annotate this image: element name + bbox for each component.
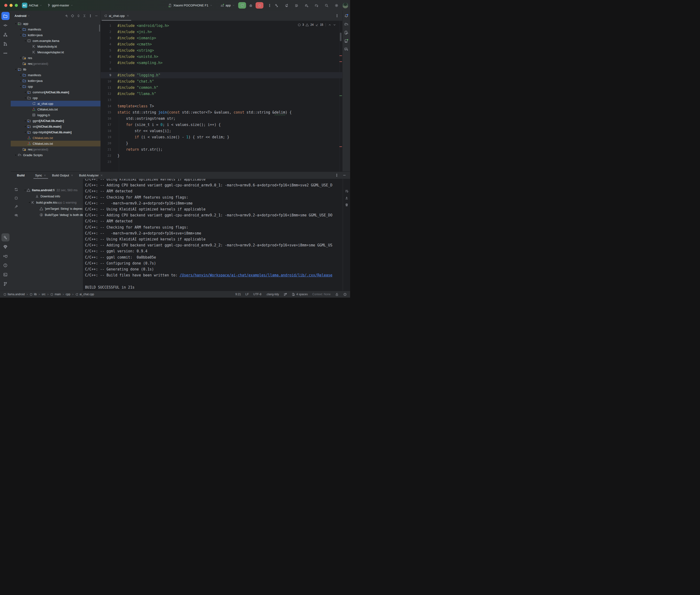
status-utf-8[interactable]: UTF-8 xyxy=(253,293,261,296)
tool-window-button-terminal[interactable] xyxy=(1,271,9,279)
tool-window-button-structure[interactable] xyxy=(1,30,9,38)
breadcrumb-main[interactable]: main xyxy=(50,293,61,296)
clear-trash-icon[interactable] xyxy=(345,203,348,207)
apply-changes-icon[interactable] xyxy=(284,4,289,7)
status-lf[interactable]: LF xyxy=(246,293,249,296)
build-tree-item[interactable]: BuildType 'debug' is both de xyxy=(22,212,83,218)
tree-item-com-example-llama[interactable]: com.example.llama xyxy=(11,38,101,44)
tree-chevron-down-icon[interactable] xyxy=(24,39,27,42)
tree-item-messageadapter-kt[interactable]: MessageAdapter.kt xyxy=(11,49,101,55)
status-9-21[interactable]: 9:21 xyxy=(235,293,241,296)
tree-chevron-right-icon[interactable] xyxy=(19,28,22,31)
build-console[interactable]: C/C++: -- Using KleidiAI optimized kerne… xyxy=(83,179,350,291)
tree-chevron-right-icon[interactable] xyxy=(24,125,27,128)
apply-code-changes-icon[interactable] xyxy=(295,4,299,7)
hide-minus-icon[interactable] xyxy=(342,173,346,177)
tool-window-button-app-quality-insights-gem[interactable] xyxy=(1,243,9,251)
tree-chevron-right-icon[interactable] xyxy=(24,91,27,93)
breadcrumb-ai-chat-cpp[interactable]: ai_chat.cpp xyxy=(75,293,94,296)
tree-chevron-down-icon[interactable] xyxy=(23,189,27,192)
tree-chevron-right-icon[interactable] xyxy=(24,131,27,134)
tool-window-button-problems[interactable] xyxy=(1,261,9,269)
next-problem-icon[interactable] xyxy=(333,23,336,26)
tree-chevron-right-icon[interactable] xyxy=(14,154,18,157)
tool-window-button-version-control-branch[interactable] xyxy=(1,280,9,288)
window-controls[interactable] xyxy=(4,4,18,7)
tree-item-res[interactable]: res (generated) xyxy=(11,146,101,152)
build-tree-item[interactable]: Download info xyxy=(22,193,83,199)
tab-ai-chat-cpp[interactable]: ai_chat.cpp xyxy=(101,11,132,21)
run-configuration-selector[interactable]: app xyxy=(220,0,235,11)
breadcrumb-cpp[interactable]: cpp xyxy=(66,293,70,296)
tool-window-button-commit[interactable] xyxy=(1,21,9,29)
tree-chevron-right-icon[interactable] xyxy=(19,80,22,82)
build-tab-build-output[interactable]: Build Output xyxy=(50,172,76,179)
breadcrumb-src[interactable]: src xyxy=(42,293,46,296)
tree-chevron-down-icon[interactable] xyxy=(19,85,22,88)
stop-app-button[interactable] xyxy=(256,2,263,8)
tree-item-kotlin-java[interactable]: kotlin+java xyxy=(11,78,101,84)
error-stripe-mark[interactable] xyxy=(339,55,342,56)
device-selector[interactable]: Xiaomi POCOPHONE F1 xyxy=(168,0,213,11)
tree-item-gradle-scripts[interactable]: Gradle Scripts xyxy=(11,152,101,158)
soft-wrap-icon[interactable] xyxy=(345,189,348,193)
build-tab-sync[interactable]: Sync xyxy=(33,172,49,179)
status-error-outline[interactable] xyxy=(343,293,347,296)
tree-item-ai-chat-cpp[interactable]: ai_chat.cpp xyxy=(11,101,101,107)
editor-scrollbar[interactable] xyxy=(340,33,341,41)
close-tab-icon[interactable] xyxy=(44,174,46,177)
tree-chevron-down-icon[interactable] xyxy=(28,201,31,204)
run-options-kebab-icon[interactable] xyxy=(268,4,272,7)
tree-item-manifests[interactable]: manifests xyxy=(11,72,101,78)
inspections-widget[interactable]: 3 24 15 xyxy=(298,23,336,26)
error-stripe-mark[interactable] xyxy=(339,95,342,96)
gradle-sync-icon[interactable] xyxy=(314,4,319,7)
tool-window-button-project-folder[interactable] xyxy=(1,12,9,20)
tree-chevron-right-icon[interactable] xyxy=(19,74,22,77)
tree-item-common[interactable]: common [AiChat.lib.main] xyxy=(11,89,101,95)
editor-options-kebab-icon[interactable] xyxy=(335,14,339,18)
tree-item-res[interactable]: res xyxy=(11,55,101,61)
add-icon[interactable] xyxy=(65,14,68,18)
kebab-icon[interactable] xyxy=(89,14,92,18)
rerun-app-button[interactable] xyxy=(238,2,246,8)
tree-chevron-down-icon[interactable] xyxy=(19,34,22,36)
tree-item-logging-h[interactable]: logging.h xyxy=(11,112,101,118)
tool-window-button-gradle-elephant-plain[interactable] xyxy=(343,21,349,27)
build-tree-item[interactable]: 'jvmTarget: String' is deprec xyxy=(22,205,83,212)
tree-item-cmakelists-txt[interactable]: CMakeLists.txt xyxy=(11,141,101,146)
hide-minus-icon[interactable] xyxy=(94,14,98,18)
tree-item-ggml[interactable]: ggml [AiChat.lib.main] xyxy=(11,118,101,123)
tree-item-cpp[interactable]: cpp xyxy=(11,84,101,89)
search-icon[interactable] xyxy=(325,4,329,7)
collapse-all-icon[interactable] xyxy=(83,14,86,18)
tree-chevron-down-icon[interactable] xyxy=(14,68,18,71)
tool-window-button-notifications-bell[interactable] xyxy=(343,13,349,19)
tree-item-cmakelists-txt[interactable]: CMakeLists.txt xyxy=(11,107,101,112)
close-tab-icon[interactable] xyxy=(71,174,73,177)
attach-debugger-icon[interactable] xyxy=(304,4,309,7)
close-window-button[interactable] xyxy=(4,4,7,7)
pin-icon[interactable] xyxy=(13,204,19,210)
tool-window-button-device-manager[interactable] xyxy=(343,30,349,36)
tree-item-cpp[interactable]: cpp xyxy=(11,95,101,101)
tool-window-button-profiler-cat[interactable] xyxy=(1,252,9,260)
tree-item-app[interactable]: app xyxy=(11,21,101,26)
tool-window-button-more-horizontal[interactable] xyxy=(1,49,9,57)
tree-item-manifests[interactable]: manifests xyxy=(11,26,101,32)
refresh-sync-icon[interactable] xyxy=(13,187,19,193)
kebab-icon[interactable] xyxy=(335,173,339,177)
build-output-path-link[interactable]: /Users/hanyin/Workspace/ai-chat/examples… xyxy=(179,273,332,277)
tree-item-kotlin-java[interactable]: kotlin+java xyxy=(11,32,101,38)
debug-app-icon[interactable] xyxy=(249,4,253,7)
preview-eye-icon[interactable] xyxy=(13,212,19,218)
breadcrumb-llama-android[interactable]: llama.android xyxy=(3,293,25,296)
avatar[interactable] xyxy=(342,3,348,8)
tree-item-cpp-httplib[interactable]: cpp-httplib [AiChat.lib.main] xyxy=(11,129,101,135)
scroll-to-end-icon[interactable] xyxy=(345,196,348,200)
tree-item-res[interactable]: res (generated) xyxy=(11,61,101,66)
previous-problem-icon[interactable] xyxy=(328,23,331,26)
tree-chevron-right-icon[interactable] xyxy=(24,119,27,122)
close-tab-icon[interactable] xyxy=(127,14,129,17)
close-tab-icon[interactable] xyxy=(100,174,103,177)
